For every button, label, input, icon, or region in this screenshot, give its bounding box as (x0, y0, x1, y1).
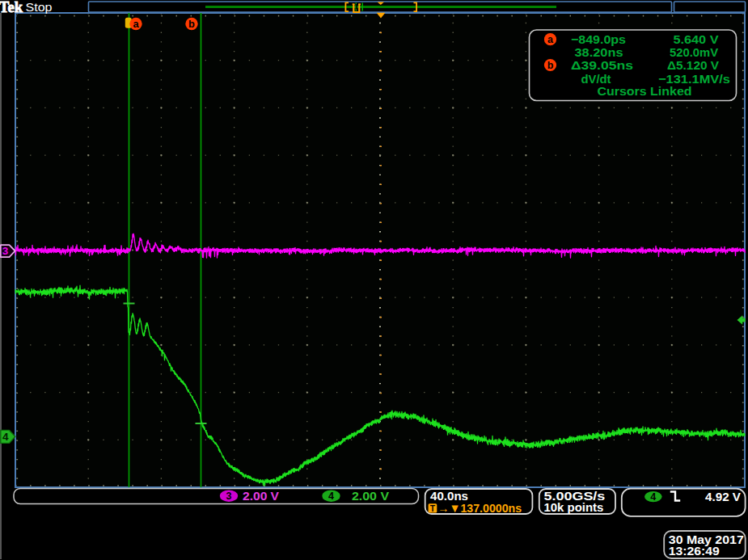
svg-text:Cursors Linked: Cursors Linked (598, 84, 692, 98)
svg-text:13:26:49: 13:26:49 (669, 545, 720, 558)
svg-text:Δ39.05ns: Δ39.05ns (571, 58, 633, 72)
svg-text:Δ5.120 V: Δ5.120 V (667, 58, 720, 72)
svg-text:3: 3 (2, 245, 9, 257)
svg-text:T: T (430, 503, 436, 513)
svg-text:5.640 V: 5.640 V (674, 32, 720, 46)
svg-text:2.00 V: 2.00 V (243, 489, 279, 503)
svg-text:a: a (547, 34, 554, 45)
svg-text:4: 4 (2, 431, 9, 443)
svg-text:30 May 2017: 30 May 2017 (669, 533, 744, 546)
svg-text:10k points: 10k points (543, 500, 603, 514)
svg-text:4: 4 (328, 491, 334, 502)
svg-text:b: b (547, 60, 554, 71)
svg-text:2.00 V: 2.00 V (352, 489, 389, 503)
svg-text:38.20ns: 38.20ns (575, 45, 623, 59)
svg-text:4.92 V: 4.92 V (705, 490, 742, 503)
svg-text:Tek: Tek (0, 0, 23, 15)
svg-text:Stop: Stop (26, 0, 53, 14)
svg-text:520.0mV: 520.0mV (670, 45, 719, 59)
svg-text:4: 4 (650, 491, 656, 503)
svg-text:3: 3 (226, 491, 232, 502)
svg-text:a: a (133, 18, 139, 30)
svg-text:−849.0ps: −849.0ps (571, 32, 626, 46)
svg-text:b: b (188, 18, 195, 30)
svg-text:→▼137.0000ns: →▼137.0000ns (437, 501, 522, 515)
